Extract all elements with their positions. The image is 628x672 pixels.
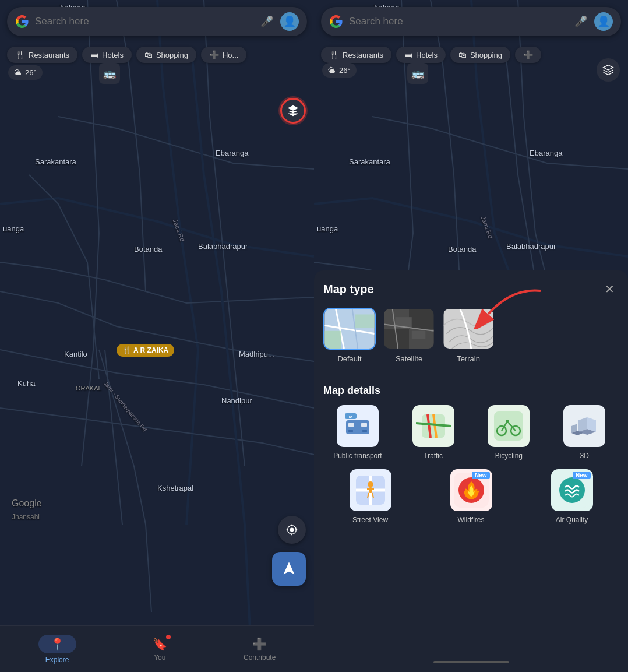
map-label-sarakantara: Sarakantara — [35, 157, 76, 166]
map-type-satellite[interactable]: Satellite — [383, 308, 435, 363]
map-label-jhansahi: Jhansahi — [12, 513, 40, 521]
contribute-label: Contribute — [244, 653, 276, 662]
streetview-label: Street View — [352, 516, 388, 524]
pill-shopping[interactable]: 🛍 Shopping — [136, 47, 196, 63]
right-google-logo-icon — [329, 15, 343, 29]
map-type-default-thumb — [323, 308, 376, 350]
google-logo-icon — [15, 15, 29, 29]
layers-icon — [287, 104, 299, 117]
right-pill-shopping-label: Shopping — [470, 51, 502, 59]
nav-explore[interactable]: 📍 Explore — [38, 635, 76, 664]
explore-label: Explore — [45, 656, 69, 664]
detail-3d[interactable]: 3D — [550, 405, 619, 460]
right-map-bg: Jadupur Sarakantara Ebaranga uanga Botan… — [314, 0, 628, 280]
navigation-button[interactable] — [272, 552, 306, 586]
svg-rect-14 — [412, 331, 426, 339]
restaurant-pin[interactable]: 🍴 A R ZAIKA — [117, 344, 174, 357]
navigation-arrow-icon — [281, 561, 297, 577]
transit-icon[interactable]: 🚌 — [99, 63, 120, 84]
cycling-label: Bicycling — [495, 452, 523, 460]
right-search-input[interactable] — [349, 16, 569, 27]
right-more-icon: ➕ — [523, 50, 533, 59]
mic-icon[interactable]: 🎤 — [260, 15, 273, 28]
detail-wildfires[interactable]: New Wildfires — [424, 469, 518, 524]
map-label-kuha: Kuha — [17, 379, 35, 388]
traffic-label: Traffic — [424, 452, 443, 460]
right-pill-more[interactable]: ➕ — [515, 47, 541, 63]
detail-cycling[interactable]: Bicycling — [475, 405, 544, 460]
map-type-satellite-thumb — [383, 308, 435, 350]
svg-rect-23 — [362, 430, 367, 432]
right-layers-icon — [602, 64, 614, 76]
you-label: You — [154, 653, 165, 662]
pill-restaurants-label: Restaurants — [29, 51, 69, 59]
svg-rect-21 — [361, 423, 367, 427]
right-shopping-icon: 🛍 — [458, 50, 467, 59]
section-divider — [314, 375, 628, 375]
3d-thumb — [563, 405, 605, 447]
3d-label: 3D — [580, 452, 588, 460]
map-label-botanda: Botanda — [134, 245, 162, 254]
contribute-icon: ➕ — [252, 637, 267, 651]
transport-label: Public transport — [333, 452, 382, 460]
you-icon: 🔖 — [153, 637, 167, 651]
detail-streetview[interactable]: Street View — [323, 469, 417, 524]
right-pill-hotels-label: Hotels — [416, 51, 438, 59]
weather-badge: 🌥 26° — [8, 65, 43, 80]
gps-button[interactable] — [278, 516, 306, 544]
user-avatar[interactable]: 👤 — [280, 12, 299, 31]
detail-traffic[interactable]: Traffic — [399, 405, 468, 460]
right-layers-button[interactable] — [597, 58, 620, 82]
wildfires-label: Wildfires — [457, 516, 484, 524]
left-category-pills: 🍴 Restaurants 🛏 Hotels 🛍 Shopping ➕ Ho..… — [0, 42, 314, 68]
right-pill-hotels[interactable]: 🛏 Hotels — [396, 47, 446, 63]
close-panel-button[interactable]: ✕ — [600, 280, 619, 298]
right-weather-badge: 🌥 26° — [322, 63, 357, 78]
svg-point-54 — [559, 477, 585, 503]
restaurant-name: A R ZAIKA — [133, 346, 168, 354]
right-pill-restaurants[interactable]: 🍴 Restaurants — [321, 47, 391, 63]
wildfires-new-badge: New — [472, 472, 490, 479]
right-temperature: 26° — [339, 66, 351, 75]
pill-hotels[interactable]: 🛏 Hotels — [82, 47, 132, 63]
shopping-icon: 🛍 — [144, 50, 153, 59]
map-details-grid: M Public transport Traff — [323, 405, 619, 460]
right-weather-icon: 🌥 — [328, 66, 336, 75]
nav-you[interactable]: 🔖 You — [153, 637, 167, 662]
map-label-uanga: uanga — [3, 224, 24, 233]
right-search-bar[interactable]: 🎤 👤 — [321, 7, 621, 36]
svg-point-46 — [368, 481, 373, 487]
more-icon: ➕ — [209, 50, 219, 59]
right-transit-icon[interactable]: 🚌 — [407, 63, 428, 84]
map-label-nandipur: Nandipur — [221, 396, 252, 405]
nav-contribute[interactable]: ➕ Contribute — [244, 637, 276, 662]
right-pill-shopping[interactable]: 🛍 Shopping — [450, 47, 510, 63]
right-map-section: Jadupur Sarakantara Ebaranga uanga Botan… — [314, 0, 628, 280]
svg-rect-22 — [348, 430, 353, 432]
left-search-input[interactable] — [35, 16, 255, 27]
right-hotels-icon: 🛏 — [404, 50, 412, 59]
detail-transport[interactable]: M Public transport — [323, 405, 392, 460]
map-label-ebaranga: Ebaranga — [216, 149, 248, 157]
left-bottom-nav: 📍 Explore 🔖 You ➕ Contribute — [0, 625, 314, 672]
pill-more[interactable]: ➕ Ho... — [201, 47, 246, 63]
map-label-kantilo: Kantilo — [64, 350, 87, 358]
right-user-avatar[interactable]: 👤 — [594, 12, 613, 31]
svg-rect-9 — [355, 314, 374, 328]
left-search-bar[interactable]: 🎤 👤 — [7, 7, 307, 36]
restaurants-icon: 🍴 — [15, 50, 25, 59]
right-restaurants-icon: 🍴 — [329, 50, 339, 59]
temperature: 26° — [25, 68, 37, 77]
right-category-pills: 🍴 Restaurants 🛏 Hotels 🛍 Shopping ➕ — [314, 42, 628, 68]
pill-shopping-label: Shopping — [156, 51, 188, 59]
detail-airquality[interactable]: New Air Quality — [525, 469, 619, 524]
traffic-thumb — [412, 405, 454, 447]
map-details-title: Map details — [323, 385, 619, 397]
map-type-terrain[interactable]: Terrain — [442, 308, 495, 363]
right-mic-icon[interactable]: 🎤 — [574, 15, 587, 28]
svg-point-35 — [506, 420, 509, 423]
left-layers-button[interactable] — [280, 98, 306, 124]
map-type-default[interactable]: Default — [323, 308, 376, 363]
pill-restaurants[interactable]: 🍴 Restaurants — [7, 47, 77, 63]
map-type-satellite-label: Satellite — [396, 354, 422, 363]
